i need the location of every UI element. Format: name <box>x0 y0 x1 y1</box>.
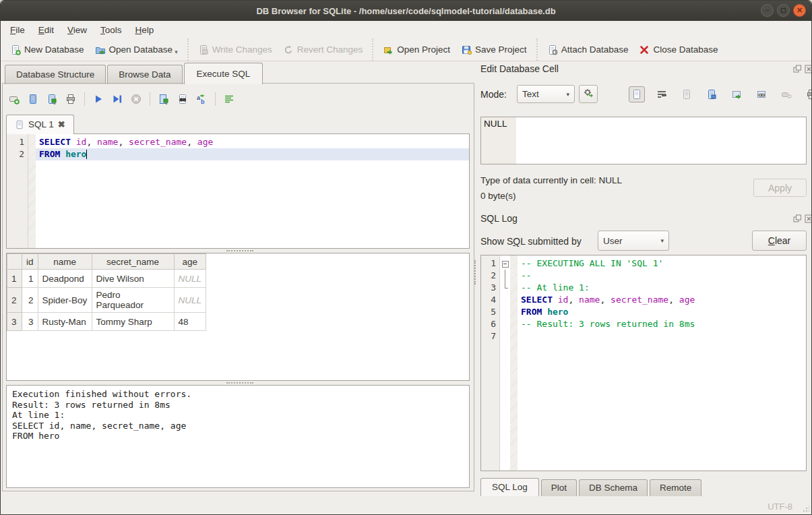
cell-null-value: NULL <box>481 117 516 164</box>
resize-grip[interactable] <box>803 506 809 512</box>
export-file-icon[interactable] <box>704 86 720 102</box>
maximize-icon[interactable] <box>777 4 790 17</box>
find-text-icon[interactable] <box>177 94 188 104</box>
table-cell[interactable]: 2 <box>22 288 38 313</box>
set-null-icon[interactable] <box>778 86 794 102</box>
encoding-indicator: UTF-8 <box>768 502 792 512</box>
bottom-tab-remote[interactable]: Remote <box>650 479 701 496</box>
table-cell[interactable]: 3 <box>22 313 38 331</box>
table-cell[interactable]: Spider-Boy <box>38 288 92 313</box>
code-line[interactable]: SELECT id, name, secret_name, age <box>36 136 469 148</box>
column-header-age[interactable]: age <box>174 254 206 270</box>
revert-changes-button[interactable]: Revert Changes <box>278 42 369 58</box>
bottom-tab-plot[interactable]: Plot <box>541 479 577 496</box>
toolbar-group: Open ProjectSave Project <box>372 38 536 61</box>
new-database-button[interactable]: New Database <box>5 42 90 58</box>
copy-link-icon[interactable] <box>753 86 770 102</box>
tab-execute-sql[interactable]: Execute SQL <box>184 63 263 84</box>
table-cell[interactable]: NULL <box>174 270 206 288</box>
open-project-button[interactable]: Open Project <box>377 42 456 58</box>
execute-line-icon[interactable] <box>112 94 123 104</box>
fold-marker[interactable] <box>500 258 510 270</box>
row-number-cell[interactable]: 3 <box>7 313 22 331</box>
stop-execution-icon[interactable] <box>131 94 142 104</box>
close-dock-icon-2[interactable] <box>805 214 812 226</box>
table-cell[interactable]: Dive Wilson <box>92 270 174 288</box>
sql-tab-label: SQL 1 <box>28 119 54 129</box>
auto-complete-icon[interactable]: ab <box>196 94 207 104</box>
open-sql-file-icon[interactable] <box>28 94 38 104</box>
minimize-icon[interactable]: − <box>761 4 774 17</box>
column-header-secret-name[interactable]: secret_name <box>92 254 174 270</box>
horizontal-splitter-handle[interactable] <box>226 250 253 251</box>
auto-apply-button[interactable] <box>579 85 598 103</box>
table-cell[interactable]: Deadpond <box>38 270 92 288</box>
clear-log-button[interactable]: Clear <box>752 231 807 251</box>
word-wrap-icon[interactable] <box>654 86 670 102</box>
table-cell[interactable]: NULL <box>174 288 206 313</box>
print-cell-icon[interactable] <box>803 86 812 102</box>
print-sql-icon[interactable] <box>65 94 76 104</box>
write-changes-button[interactable]: Write Changes <box>193 42 278 58</box>
log-token: -- Result: 3 rows returned in 8ms <box>521 319 695 329</box>
close-database-button[interactable]: Close Database <box>633 42 723 58</box>
close-dock-icon[interactable] <box>805 64 812 76</box>
table-row: 11DeadpondDive WilsonNULL <box>7 270 206 288</box>
row-number-cell[interactable]: 2 <box>7 288 22 313</box>
new-sql-tab-icon[interactable] <box>9 94 20 104</box>
vertical-splitter-handle[interactable] <box>474 260 476 284</box>
bottom-tab-sql-log[interactable]: SQL Log <box>480 478 539 496</box>
table-cell[interactable]: Tommy Sharp <box>92 313 174 331</box>
column-header-id[interactable]: id <box>22 254 38 270</box>
main-toolbar: New DatabaseOpen Database▾Write ChangesR… <box>1 38 811 61</box>
row-number-cell[interactable]: 1 <box>7 270 22 288</box>
save-sql-file-icon[interactable] <box>46 94 57 104</box>
menu-item-file[interactable]: File <box>3 23 32 37</box>
corner-header-cell[interactable] <box>7 254 22 270</box>
save-results-icon[interactable] <box>158 94 169 104</box>
menu-item-view[interactable]: View <box>61 23 94 37</box>
import-file-icon[interactable] <box>679 86 695 102</box>
execution-message-box[interactable]: Execution finished without errors.Result… <box>6 385 470 488</box>
table-cell[interactable]: Rusty-Man <box>38 313 92 331</box>
attach-database-button[interactable]: Attach Database <box>542 42 634 58</box>
menu-item-edit[interactable]: Edit <box>32 23 61 37</box>
tab-database-structure[interactable]: Database Structure <box>5 65 106 84</box>
column-header-name[interactable]: name <box>38 254 92 270</box>
save-project-button[interactable]: Save Project <box>456 42 532 58</box>
execute-all-icon[interactable] <box>93 94 104 104</box>
editor-line-numbers: 12 <box>7 134 28 248</box>
close-sql-tab-icon[interactable]: ✖ <box>58 119 65 129</box>
gear-apply-icon <box>583 88 594 100</box>
line-number: 2 <box>481 270 499 282</box>
apply-button[interactable]: Apply <box>753 179 807 197</box>
mode-select[interactable]: Text▾ <box>517 85 575 103</box>
sql-file-tab[interactable]: SQL 1 ✖ <box>6 115 74 134</box>
horizontal-splitter-handle-2[interactable] <box>226 382 253 384</box>
open-external-icon[interactable] <box>728 86 745 102</box>
menu-item-help[interactable]: Help <box>129 23 161 37</box>
text-mode-icon[interactable] <box>629 86 645 102</box>
tab-browse-data[interactable]: Browse Data <box>107 65 182 84</box>
bottom-tab-db-schema[interactable]: DB Schema <box>579 479 648 496</box>
close-icon[interactable]: ✕ <box>793 4 806 17</box>
table-cell[interactable]: Pedro Parqueador <box>92 288 174 313</box>
table-cell[interactable]: 1 <box>22 270 38 288</box>
sql-editor[interactable]: 12 SELECT id, name, secret_name, ageFROM… <box>6 133 470 249</box>
log-filter-select[interactable]: User▾ <box>598 231 669 251</box>
message-line: Result: 3 rows returned in 8ms <box>12 400 464 411</box>
word-wrap-lines-icon[interactable] <box>224 94 235 104</box>
open-database-button[interactable]: Open Database▾ <box>90 42 183 58</box>
menu-item-tools[interactable]: Tools <box>94 23 129 37</box>
float-dock-icon-2[interactable] <box>793 214 802 226</box>
sql-log-view[interactable]: 1234567 -- EXECUTING ALL IN 'SQL 1'---- … <box>480 255 807 471</box>
chevron-down-icon: ▾ <box>566 91 569 98</box>
titlebar[interactable]: DB Browser for SQLite - /home/user/code/… <box>1 1 811 21</box>
table-cell[interactable]: 48 <box>174 313 206 331</box>
code-line[interactable]: FROM hero <box>36 148 469 160</box>
statusbar: UTF-8 <box>1 498 811 514</box>
float-dock-icon[interactable] <box>793 64 802 76</box>
log-fold-margin[interactable] <box>500 255 510 471</box>
editor-code-area[interactable]: SELECT id, name, secret_name, ageFROM he… <box>36 134 469 248</box>
cell-value-editor[interactable]: NULL <box>480 117 807 164</box>
